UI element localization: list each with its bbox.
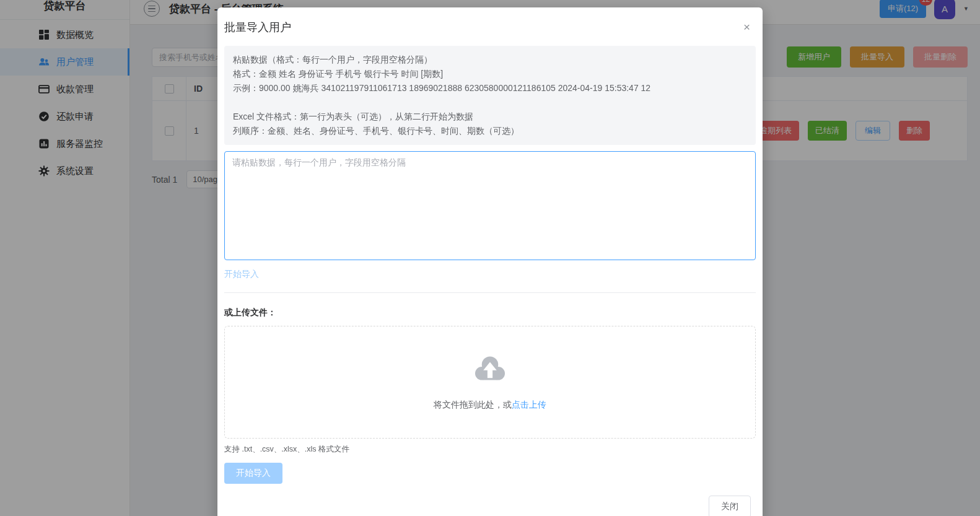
drop-text: 将文件拖到此处，或 bbox=[434, 400, 512, 409]
file-drop-zone[interactable]: 将文件拖到此处，或点击上传 bbox=[224, 326, 756, 439]
drop-zone-text: 将文件拖到此处，或点击上传 bbox=[434, 400, 546, 411]
batch-import-modal: 批量导入用户 × 粘贴数据（格式：每行一个用户，字段用空格分隔） 格式：金额 姓… bbox=[217, 7, 763, 516]
modal-title: 批量导入用户 bbox=[224, 20, 756, 35]
info-line: 粘贴数据（格式：每行一个用户，字段用空格分隔） bbox=[233, 53, 747, 67]
divider bbox=[224, 292, 756, 293]
supported-formats-hint: 支持 .txt、.csv、.xlsx、.xls 格式文件 bbox=[224, 444, 756, 455]
close-icon[interactable]: × bbox=[743, 21, 750, 33]
info-line: 格式：金额 姓名 身份证号 手机号 银行卡号 时间 [期数] bbox=[233, 67, 747, 81]
start-import-link[interactable]: 开始导入 bbox=[224, 269, 259, 280]
upload-cloud-icon bbox=[472, 354, 508, 385]
start-import-button[interactable]: 开始导入 bbox=[224, 463, 282, 484]
info-line bbox=[233, 95, 747, 110]
info-line: 列顺序：金额、姓名、身份证号、手机号、银行卡号、时间、期数（可选） bbox=[233, 124, 747, 138]
close-modal-button[interactable]: 关闭 bbox=[709, 496, 751, 516]
import-format-info: 粘贴数据（格式：每行一个用户，字段用空格分隔） 格式：金额 姓名 身份证号 手机… bbox=[224, 46, 756, 145]
info-line: 示例：9000.00 姚海兵 341021197911061713 189690… bbox=[233, 81, 747, 95]
info-line: Excel 文件格式：第一行为表头（可选），从第二行开始为数据 bbox=[233, 110, 747, 124]
upload-section-label: 或上传文件： bbox=[224, 307, 756, 318]
modal-footer: 关闭 bbox=[224, 496, 756, 516]
paste-data-textarea[interactable] bbox=[224, 151, 756, 260]
click-upload-link[interactable]: 点击上传 bbox=[512, 400, 546, 409]
